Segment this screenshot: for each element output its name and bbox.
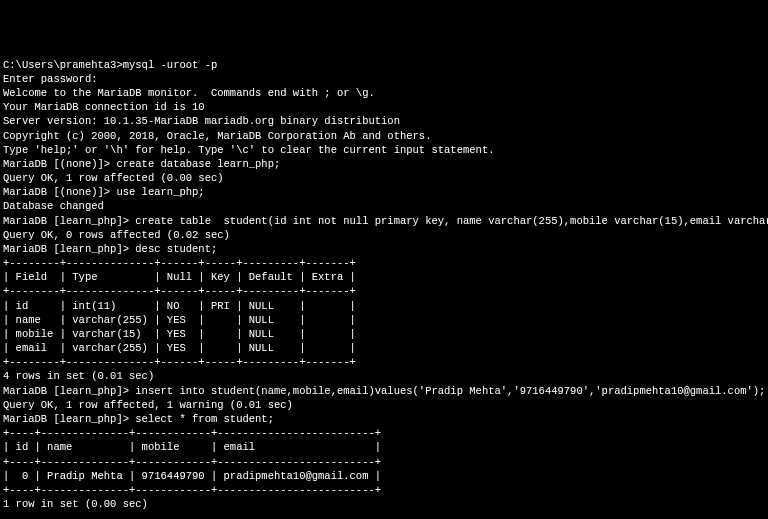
terminal-line: MariaDB [(none)]> use learn_php; (3, 185, 765, 199)
terminal-line: MariaDB [learn_php]> insert into student… (3, 384, 765, 398)
terminal-line: Query OK, 0 rows affected (0.02 sec) (3, 228, 765, 242)
terminal-line: Server version: 10.1.35-MariaDB mariadb.… (3, 114, 765, 128)
terminal-line: +--------+--------------+------+-----+--… (3, 355, 765, 369)
terminal-line: +--------+--------------+------+-----+--… (3, 256, 765, 270)
terminal-line: Copyright (c) 2000, 2018, Oracle, MariaD… (3, 129, 765, 143)
terminal-line: | id | name | mobile | email | (3, 440, 765, 454)
terminal-line: Database changed (3, 199, 765, 213)
terminal-line: MariaDB [learn_php]> select * from stude… (3, 412, 765, 426)
terminal-line: MariaDB [learn_php]> create table studen… (3, 214, 765, 228)
terminal-line: | Field | Type | Null | Key | Default | … (3, 270, 765, 284)
terminal-line: +--------+--------------+------+-----+--… (3, 284, 765, 298)
terminal-line: | id | int(11) | NO | PRI | NULL | | (3, 299, 765, 313)
terminal-line: | 0 | Pradip Mehta | 9716449790 | pradip… (3, 469, 765, 483)
terminal-line: Type 'help;' or '\h' for help. Type '\c'… (3, 143, 765, 157)
terminal-line: | email | varchar(255) | YES | | NULL | … (3, 341, 765, 355)
terminal-line: 4 rows in set (0.01 sec) (3, 369, 765, 383)
terminal-line: | name | varchar(255) | YES | | NULL | | (3, 313, 765, 327)
terminal-line: Query OK, 1 row affected, 1 warning (0.0… (3, 398, 765, 412)
terminal-line: Welcome to the MariaDB monitor. Commands… (3, 86, 765, 100)
terminal-line: C:\Users\pramehta3>mysql -uroot -p (3, 58, 765, 72)
terminal-line: MariaDB [learn_php]> desc student; (3, 242, 765, 256)
terminal-line: Query OK, 1 row affected (0.00 sec) (3, 171, 765, 185)
terminal-output[interactable]: C:\Users\pramehta3>mysql -uroot -pEnter … (3, 58, 765, 512)
terminal-line: +----+--------------+------------+------… (3, 483, 765, 497)
terminal-line: | mobile | varchar(15) | YES | | NULL | … (3, 327, 765, 341)
terminal-line: MariaDB [(none)]> create database learn_… (3, 157, 765, 171)
terminal-line: Your MariaDB connection id is 10 (3, 100, 765, 114)
terminal-line: Enter password: (3, 72, 765, 86)
terminal-line: 1 row in set (0.00 sec) (3, 497, 765, 511)
terminal-line: +----+--------------+------------+------… (3, 455, 765, 469)
terminal-line: +----+--------------+------------+------… (3, 426, 765, 440)
